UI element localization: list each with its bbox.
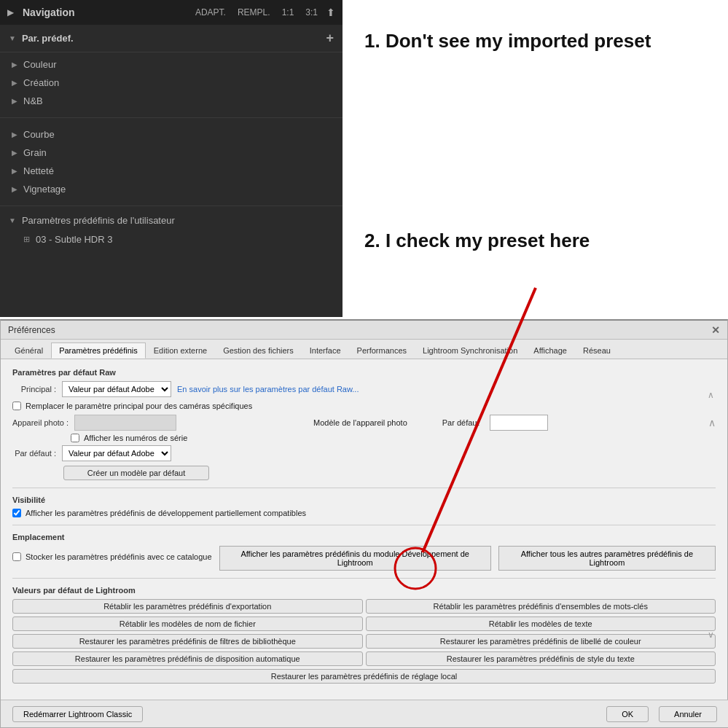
vignetage-arrow-icon: ▶ — [12, 185, 17, 193]
grid-icon: ⊞ — [23, 235, 30, 244]
afficher-checkbox[interactable] — [12, 509, 21, 517]
divider-visibility — [12, 488, 716, 488]
user-preset-label: 03 - Subtle HDR 3 — [36, 234, 113, 245]
restaurer-libelle-btn[interactable]: Restaurer les paramètres prédéfinis de l… — [366, 634, 716, 649]
preset-item-couleur[interactable]: ▶ Couleur — [0, 55, 343, 74]
tab-edition-externe[interactable]: Edition externe — [146, 343, 215, 359]
tab-gestion-fichiers[interactable]: Gestion des fichiers — [215, 343, 302, 359]
emplacement-row: Stocker les paramètres prédéfinis avec c… — [12, 546, 716, 571]
tab-reseau[interactable]: Réseau — [575, 343, 619, 359]
divider-2 — [0, 206, 343, 206]
afficher-tous-button[interactable]: Afficher tous les autres paramètres préd… — [498, 546, 716, 571]
retablir-texte-btn[interactable]: Rétablir les modèles de texte — [366, 617, 716, 631]
nb-arrow-icon: ▶ — [12, 97, 17, 105]
courbe-label: Courbe — [23, 129, 55, 140]
principal-select[interactable]: Valeur par défaut Adobe — [62, 381, 171, 397]
prefs-close-button[interactable]: ✕ — [711, 324, 720, 336]
scroll-down-icon: ∨ — [708, 630, 714, 640]
raw-link[interactable]: En savoir plus sur les paramètres par dé… — [177, 385, 359, 394]
nav-arrow-icon[interactable]: ⬆ — [326, 7, 335, 18]
presets-panel: ▼ Par. prédef. + ▶ Couleur ▶ Création ▶ … — [0, 25, 343, 248]
tab-general[interactable]: Général — [7, 343, 51, 359]
restart-button[interactable]: Redémarrer Lightroom Classic — [12, 706, 143, 722]
play-icon[interactable]: ▶ — [7, 7, 14, 17]
principal-label: Principal : — [12, 385, 56, 394]
raw-section-title: Paramètres par défaut Raw — [12, 368, 716, 377]
serie-checkbox[interactable] — [71, 434, 79, 442]
prefs-title: Préférences — [8, 325, 55, 335]
remplacer-checkbox-row: Remplacer le paramètre principal pour de… — [12, 402, 716, 410]
presets-title: Par. prédef. — [22, 33, 74, 44]
nav-title: Navigation — [23, 7, 75, 18]
preset-item-nb[interactable]: ▶ N&B — [0, 92, 343, 110]
creation-label: Création — [23, 77, 59, 88]
prefs-footer: Redémarrer Lightroom Classic OK Annuler — [1, 700, 728, 727]
stocker-checkbox[interactable] — [12, 552, 21, 561]
tab-parametres-predefinis[interactable]: Paramètres prédéfinis — [51, 343, 146, 359]
lr-navbar: ▶ Navigation ADAPT. REMPL. 1:1 3:1 ⬆ — [0, 0, 343, 25]
prefs-content: Paramètres par défaut Raw Principal : Va… — [1, 359, 727, 716]
divider-valeurs — [12, 578, 716, 579]
par-defaut-label2: Par défaut : — [12, 449, 56, 458]
tab-performances[interactable]: Performances — [349, 343, 415, 359]
divider-1 — [0, 117, 343, 118]
grain-arrow-icon: ▶ — [12, 149, 17, 157]
afficher-checkbox-row: Afficher les paramètres prédéfinis de dé… — [12, 509, 716, 517]
zoom-3-1[interactable]: 3:1 — [305, 7, 318, 17]
ok-button[interactable]: OK — [606, 706, 649, 722]
retablir-modeles-btn[interactable]: Rétablir les modèles de nom de fichier — [12, 617, 363, 631]
prefs-tabs: Général Paramètres prédéfinis Edition ex… — [1, 340, 727, 359]
serie-checkbox-row: Afficher les numéros de série — [71, 434, 716, 442]
collapse-icon[interactable]: ∧ — [708, 417, 716, 428]
emplacement-section: Emplacement — [12, 533, 716, 541]
serie-label: Afficher les numéros de série — [84, 434, 187, 442]
user-group-arrow-icon: ▼ — [9, 216, 16, 224]
annotation-2-text: 2. I check my preset here — [364, 229, 706, 254]
creer-btn[interactable]: Créer un modèle par défaut — [63, 466, 209, 480]
nettete-label: Netteté — [23, 165, 54, 176]
preset-item-courbe[interactable]: ▶ Courbe — [0, 125, 343, 144]
remplacer-checkbox[interactable] — [12, 402, 21, 410]
mode-rempl[interactable]: REMPL. — [238, 7, 270, 17]
preset-item-creation[interactable]: ▶ Création — [0, 74, 343, 92]
user-group-header[interactable]: ▼ Paramètres prédéfinis de l'utilisateur — [0, 211, 343, 230]
cancel-button[interactable]: Annuler — [659, 706, 717, 722]
add-preset-button[interactable]: + — [326, 31, 334, 46]
restaurer-style-btn[interactable]: Restaurer les paramètres prédéfinis de s… — [366, 651, 716, 666]
preset-group-secondary: ▶ Courbe ▶ Grain ▶ Netteté ▶ Vignetage — [0, 122, 343, 201]
restaurer-reglage-btn[interactable]: Restaurer les paramètres prédéfinis de r… — [12, 669, 716, 684]
par-defaut-col-input — [490, 415, 548, 431]
divider-emplacement — [12, 525, 716, 525]
mode-adapt[interactable]: ADAPT. — [195, 7, 226, 17]
remplacer-label: Remplacer le paramètre principal pour de… — [26, 402, 252, 410]
par-defaut-select[interactable]: Valeur par défaut Adobe — [62, 445, 171, 461]
valeurs-section: Valeurs par défaut de Lightroom — [12, 586, 716, 595]
preset-group-main: ▶ Couleur ▶ Création ▶ N&B — [0, 52, 343, 113]
presets-arrow-icon[interactable]: ▼ — [9, 34, 16, 42]
preset-item-grain[interactable]: ▶ Grain — [0, 144, 343, 162]
valeurs-buttons: Rétablir les paramètres prédéfinis d'exp… — [12, 599, 716, 684]
retablir-mots-btn[interactable]: Rétablir les paramètres prédéfinis d'ens… — [366, 599, 716, 614]
afficher-module-button[interactable]: Afficher les paramètres prédéfinis du mo… — [219, 546, 491, 571]
retablir-export-btn[interactable]: Rétablir les paramètres prédéfinis d'exp… — [12, 599, 363, 614]
prefs-titlebar: Préférences ✕ — [1, 321, 727, 340]
tab-affichage[interactable]: Affichage — [525, 343, 575, 359]
grain-label: Grain — [23, 147, 47, 158]
zoom-1-1[interactable]: 1:1 — [282, 7, 294, 17]
stocker-checkbox-row: Stocker les paramètres prédéfinis avec c… — [12, 552, 212, 561]
vignetage-label: Vignetage — [23, 184, 66, 195]
user-preset-item[interactable]: ⊞ 03 - Subtle HDR 3 — [0, 230, 343, 248]
restaurer-disposition-btn[interactable]: Restaurer les paramètres prédéfinis de d… — [12, 651, 363, 666]
appareil-label: Appareil photo : — [12, 418, 69, 427]
principal-row: Principal : Valeur par défaut Adobe En s… — [12, 381, 716, 397]
restaurer-filtres-btn[interactable]: Restaurer les paramètres prédéfinis de f… — [12, 634, 363, 649]
creer-row: Créer un modèle par défaut — [63, 466, 716, 480]
tab-lr-sync[interactable]: Lightroom Synchronisation — [415, 343, 525, 359]
visibility-section: Visibilité — [12, 496, 716, 504]
preset-item-vignetage[interactable]: ▶ Vignetage — [0, 180, 343, 198]
preset-item-nettete[interactable]: ▶ Netteté — [0, 162, 343, 180]
couleur-label: Couleur — [23, 59, 57, 70]
tab-interface[interactable]: Interface — [302, 343, 349, 359]
scroll-up-icon: ∧ — [708, 390, 714, 400]
creation-arrow-icon: ▶ — [12, 79, 17, 87]
